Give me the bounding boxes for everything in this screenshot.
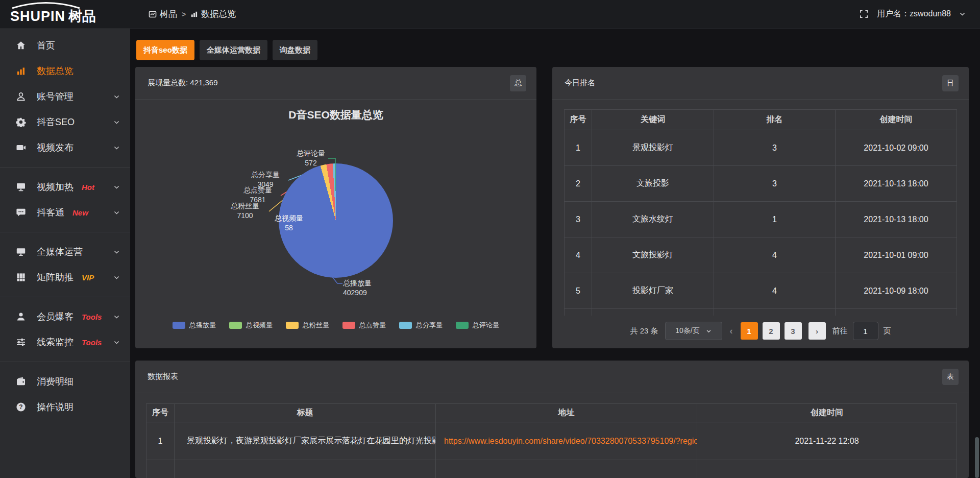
report-table: 序号标题地址创建时间 1景观投影灯，夜游景观投影灯厂家展示展示落花灯在花园里的灯… xyxy=(146,403,957,478)
report-column-header: 创建时间 xyxy=(697,404,957,422)
legend-item[interactable]: 总分享量 xyxy=(399,321,443,330)
report-corner-button[interactable]: 表 xyxy=(942,369,959,385)
legend-item[interactable]: 总评论量 xyxy=(456,321,499,330)
report-url-link[interactable]: https://www.iesdouyin.com/share/video/70… xyxy=(436,422,697,460)
rank-panel-title: 今日排名 xyxy=(552,67,969,100)
sidebar-divider xyxy=(0,232,130,232)
report-title-cell: 景观投影灯，夜游景观投影灯厂家展示展示落花灯在花园里的灯光投影应用效果 # xyxy=(175,422,436,460)
report-panel: 数据报表 表 序号标题地址创建时间 1景观投影灯，夜游景观投影灯厂家展示展示落花… xyxy=(135,361,969,478)
table-row: 4文旅投影灯42021-10-01 09:00 xyxy=(565,237,957,273)
sidebar-item-label: 视频加热 xyxy=(37,181,74,193)
prev-page-icon[interactable]: ‹ xyxy=(729,326,734,337)
topbar-right: 用户名：zswodun88 xyxy=(859,9,966,19)
page-size-select[interactable]: 10条/页 xyxy=(665,322,722,340)
chat-icon xyxy=(15,207,27,218)
sidebar-item-home[interactable]: 首页 xyxy=(0,33,130,58)
sidebar-divider xyxy=(0,167,130,168)
pagination: 共 23 条 10条/页 ‹ 123 › 前往 页 xyxy=(552,322,969,340)
sidebar-item-monitor[interactable]: 全媒体运营 xyxy=(0,239,130,265)
sidebar-item-grid[interactable]: 矩阵助推VIP xyxy=(0,265,130,290)
home-icon xyxy=(15,40,27,51)
sidebar-item-member[interactable]: 会员爆客Tools xyxy=(0,304,130,329)
report-panel-title: 数据报表 xyxy=(135,361,969,393)
rank-column-header: 序号 xyxy=(565,110,592,130)
sidebar-item-badge: Hot xyxy=(82,183,94,192)
screen-heat-icon xyxy=(15,181,27,193)
breadcrumb: 树品 > 数据总览 xyxy=(149,8,236,20)
breadcrumb-root[interactable]: 树品 xyxy=(149,8,177,20)
overview-panel: 展现量总数: 421,369 总 D音SEO数据量总览 总评论量 572 总分享… xyxy=(135,67,536,348)
breadcrumb-separator: > xyxy=(182,10,186,18)
bar-chart-icon xyxy=(15,65,27,77)
sidebar-divider xyxy=(0,362,130,362)
legend-swatch xyxy=(399,322,412,329)
fullscreen-icon[interactable] xyxy=(859,9,869,19)
svg-text:?: ? xyxy=(19,403,22,411)
sidebar-item-badge: Tools xyxy=(82,338,102,347)
gear-icon xyxy=(15,116,27,128)
page-button-3[interactable]: 3 xyxy=(785,322,802,340)
sidebar-item-label: 数据总览 xyxy=(37,65,74,77)
chevron-down-icon xyxy=(113,314,120,320)
bar-chart-icon xyxy=(190,10,198,18)
legend-item[interactable]: 总点赞量 xyxy=(342,321,386,330)
pie-legend: 总播放量总视频量总粉丝量总点赞量总分享量总评论量 xyxy=(135,321,536,330)
top-bar: SHUPIN树品 树品 > 数据总览 用户名：zswodun88 xyxy=(0,0,980,29)
chevron-down-icon[interactable] xyxy=(959,11,966,17)
chevron-down-icon xyxy=(113,184,120,190)
sidebar-item-label: 抖客通 xyxy=(37,206,64,219)
breadcrumb-current[interactable]: 数据总览 xyxy=(190,8,236,20)
goto-label: 前往 xyxy=(832,326,848,336)
goto-page-input[interactable] xyxy=(853,322,878,340)
monitor-icon xyxy=(15,246,27,257)
legend-swatch xyxy=(286,322,299,329)
rank-column-header: 关键词 xyxy=(592,110,714,130)
next-page-icon[interactable]: › xyxy=(808,322,826,340)
sidebar-item-gear[interactable]: 抖音SEO xyxy=(0,109,130,135)
table-row: 3文旅水纹灯12021-10-13 18:00 xyxy=(565,202,957,237)
sidebar-item-label: 消费明细 xyxy=(37,375,74,388)
sidebar-item-chat[interactable]: 抖客通New xyxy=(0,200,130,225)
table-row: 1景观投影灯，夜游景观投影灯厂家展示展示落花灯在花园里的灯光投影应用效果 #ht… xyxy=(146,422,957,460)
legend-item[interactable]: 总播放量 xyxy=(173,321,216,330)
sidebar-divider xyxy=(0,297,130,297)
pie-chart-title: D音SEO数据量总览 xyxy=(135,108,536,122)
tab-0[interactable]: 抖音seo数据 xyxy=(136,40,194,60)
scrollbar-thumb[interactable] xyxy=(975,437,979,478)
chevron-down-icon xyxy=(113,274,120,281)
legend-swatch xyxy=(456,322,469,329)
page-button-2[interactable]: 2 xyxy=(763,322,780,340)
sidebar-item-question[interactable]: ?操作说明 xyxy=(0,394,130,420)
tab-1[interactable]: 全媒体运营数据 xyxy=(200,40,267,60)
page-button-1[interactable]: 1 xyxy=(741,322,758,340)
goto-suffix: 页 xyxy=(884,326,891,336)
table-row: 1景观投影灯32021-10-02 09:00 xyxy=(565,130,957,166)
legend-swatch xyxy=(173,322,185,329)
sidebar-item-label: 全媒体运营 xyxy=(37,246,83,258)
sidebar-item-user[interactable]: 账号管理 xyxy=(0,84,130,109)
main-content: 抖音seo数据全媒体运营数据询盘数据 展现量总数: 421,369 总 D音SE… xyxy=(130,29,980,478)
rank-column-header: 排名 xyxy=(714,110,836,130)
chevron-down-icon xyxy=(113,339,120,346)
chevron-down-icon xyxy=(113,209,120,216)
username[interactable]: 用户名：zswodun88 xyxy=(877,9,951,19)
chevron-down-icon xyxy=(113,93,120,100)
sidebar-item-label: 视频发布 xyxy=(37,141,74,154)
pie-label-videos: 总视频量 58 xyxy=(266,213,312,233)
pie-label-playback: 总播放量 402909 xyxy=(343,278,399,298)
legend-item[interactable]: 总视频量 xyxy=(229,321,273,330)
overview-corner-button[interactable]: 总 xyxy=(510,75,526,91)
sidebar-item-screen-heat[interactable]: 视频加热Hot xyxy=(0,174,130,200)
report-column-header: 标题 xyxy=(175,404,436,422)
sidebar-item-wallet[interactable]: 消费明细 xyxy=(0,369,130,394)
rank-corner-button[interactable]: 日 xyxy=(942,75,959,91)
user-icon xyxy=(15,91,27,102)
sidebar-item-sliders[interactable]: 线索监控Tools xyxy=(0,329,130,355)
rank-panel: 今日排名 日 序号关键词排名创建时间 1景观投影灯32021-10-02 09:… xyxy=(552,67,969,348)
legend-item[interactable]: 总粉丝量 xyxy=(286,321,329,330)
chevron-down-icon xyxy=(706,328,712,334)
sidebar-item-bar-chart[interactable]: 数据总览 xyxy=(0,58,130,84)
legend-swatch xyxy=(342,322,355,329)
tab-2[interactable]: 询盘数据 xyxy=(273,40,317,60)
sidebar-item-video-publish[interactable]: 视频发布 xyxy=(0,135,130,160)
